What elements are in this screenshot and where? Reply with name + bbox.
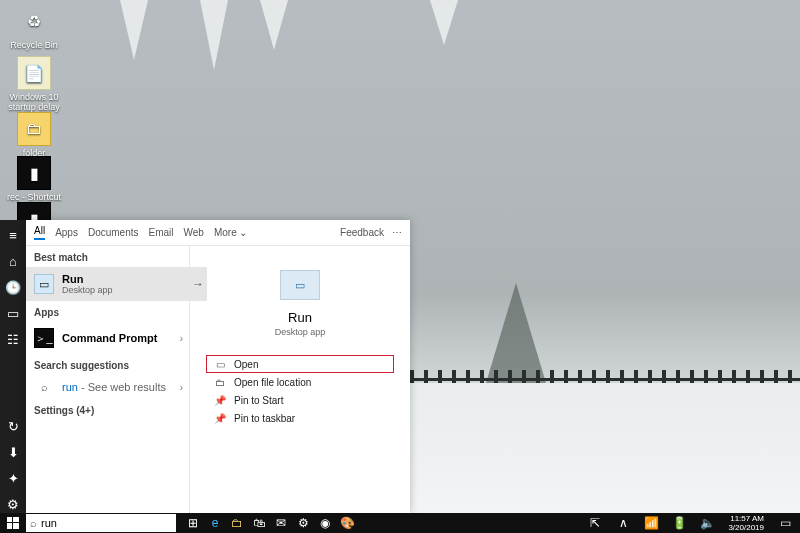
result-command-prompt[interactable]: ＞_ Command Prompt › xyxy=(26,322,189,354)
rail-item-icon[interactable]: ☷ xyxy=(4,330,22,348)
tab-all[interactable]: All xyxy=(34,225,45,240)
rail-star-icon[interactable]: ✦ xyxy=(4,469,22,487)
action-label: Open xyxy=(234,359,258,370)
action-pin-to-taskbar[interactable]: 📌 Pin to taskbar xyxy=(206,409,394,427)
detail-title: Run xyxy=(288,310,312,325)
run-app-icon: ▭ xyxy=(280,270,320,300)
tab-documents[interactable]: Documents xyxy=(88,227,139,238)
pin-icon: 📌 xyxy=(214,395,226,406)
settings-icon[interactable]: ⚙ xyxy=(292,513,314,533)
rail-download-icon[interactable]: ⬇ xyxy=(4,443,22,461)
tray-overflow-icon[interactable]: ∧ xyxy=(612,513,634,533)
recycle-bin-icon: ♻ xyxy=(17,4,51,38)
section-suggestions: Search suggestions xyxy=(26,354,189,375)
pin-icon: 📌 xyxy=(214,413,226,424)
tray-icon[interactable]: ⇱ xyxy=(584,513,606,533)
run-app-icon: ▭ xyxy=(34,274,54,294)
result-expand-arrow[interactable]: → xyxy=(189,267,207,301)
rail-reload-icon[interactable]: ↻ xyxy=(4,417,22,435)
file-explorer-icon[interactable]: 🗀 xyxy=(226,513,248,533)
tab-apps[interactable]: Apps xyxy=(55,227,78,238)
result-web-suggestion[interactable]: ⌕ run - See web results › xyxy=(26,375,189,399)
detail-subtitle: Desktop app xyxy=(275,327,326,337)
result-title: Run xyxy=(62,273,113,285)
paint-icon[interactable]: 🎨 xyxy=(336,513,358,533)
task-view-button[interactable]: ⊞ xyxy=(182,513,204,533)
rail-settings-icon[interactable]: ⚙ xyxy=(4,495,22,513)
svg-rect-2 xyxy=(7,523,12,529)
chevron-right-icon: › xyxy=(180,333,183,344)
action-label: Pin to Start xyxy=(234,395,283,406)
start-button[interactable] xyxy=(0,513,26,533)
rail-recent-icon[interactable]: 🕒 xyxy=(4,278,22,296)
search-icon: ⌕ xyxy=(34,381,54,393)
bg-decor xyxy=(430,0,458,45)
taskbar: ⌕ ⊞ e 🗀 🛍 ✉ ⚙ ◉ 🎨 ⇱ ∧ 📶 🔋 🔈 11:57 AM 3/2… xyxy=(0,513,800,533)
svg-rect-3 xyxy=(13,523,19,529)
action-label: Open file location xyxy=(234,377,311,388)
rail-home-icon[interactable]: ⌂ xyxy=(4,252,22,270)
clock-date: 3/20/2019 xyxy=(728,523,764,532)
desktop-icon-recycle-bin[interactable]: ♻ Recycle Bin xyxy=(4,4,64,50)
folder-icon: 🗀 xyxy=(214,377,226,388)
desktop-icon-label: Recycle Bin xyxy=(4,40,64,50)
search-results-left: Best match ▭ Run Desktop app → Apps ＞_ C… xyxy=(26,246,190,513)
chevron-right-icon: › xyxy=(180,382,183,393)
volume-icon[interactable]: 🔈 xyxy=(696,513,718,533)
start-search-panel: All Apps Documents Email Web More ⌄ Feed… xyxy=(26,220,410,513)
chrome-icon[interactable]: ◉ xyxy=(314,513,336,533)
svg-rect-0 xyxy=(7,517,12,522)
network-icon[interactable]: 📶 xyxy=(640,513,662,533)
action-open[interactable]: ▭ Open xyxy=(206,355,394,373)
action-label: Pin to taskbar xyxy=(234,413,295,424)
action-center-icon[interactable]: ▭ xyxy=(774,513,796,533)
taskbar-search-box[interactable]: ⌕ xyxy=(26,514,176,532)
cmd-icon: ▮ xyxy=(17,156,51,190)
desktop-icon-folder[interactable]: 🗀 folder xyxy=(4,112,64,158)
mail-icon[interactable]: ✉ xyxy=(270,513,292,533)
section-apps: Apps xyxy=(26,301,189,322)
section-best-match: Best match xyxy=(26,246,189,267)
search-filter-tabs: All Apps Documents Email Web More ⌄ Feed… xyxy=(26,220,410,246)
more-options-icon[interactable]: ⋯ xyxy=(392,227,402,238)
tab-email[interactable]: Email xyxy=(149,227,174,238)
action-open-file-location[interactable]: 🗀 Open file location xyxy=(206,373,394,391)
edge-icon[interactable]: e xyxy=(204,513,226,533)
folder-icon: 🗀 xyxy=(17,112,51,146)
search-icon: ⌕ xyxy=(30,517,37,529)
open-icon: ▭ xyxy=(214,359,226,370)
tab-more[interactable]: More ⌄ xyxy=(214,227,248,238)
section-settings[interactable]: Settings (4+) xyxy=(26,399,189,420)
desktop-icon-note[interactable]: 📄 Windows 10 startup delay xyxy=(4,56,64,112)
bg-decor xyxy=(200,0,228,70)
battery-icon[interactable]: 🔋 xyxy=(668,513,690,533)
search-detail-pane: ▭ Run Desktop app ▭ Open 🗀 Open file loc… xyxy=(190,246,410,513)
taskbar-search-input[interactable] xyxy=(41,517,172,529)
feedback-link[interactable]: Feedback xyxy=(340,227,384,238)
desktop-icon-label: rec - Shortcut xyxy=(4,192,64,202)
rail-menu-icon[interactable]: ≡ xyxy=(4,226,22,244)
tab-web[interactable]: Web xyxy=(184,227,204,238)
desktop-icon-label: Windows 10 startup delay xyxy=(4,92,64,112)
action-pin-to-start[interactable]: 📌 Pin to Start xyxy=(206,391,394,409)
bg-decor xyxy=(120,0,148,60)
result-run[interactable]: ▭ Run Desktop app → xyxy=(26,267,189,301)
note-icon: 📄 xyxy=(17,56,51,90)
bg-decor xyxy=(260,0,288,50)
start-left-rail: ≡ ⌂ 🕒 ▭ ☷ ↻ ⬇ ✦ ⚙ xyxy=(0,220,26,513)
svg-rect-1 xyxy=(13,517,19,522)
store-icon[interactable]: 🛍 xyxy=(248,513,270,533)
result-title: Command Prompt xyxy=(62,332,157,344)
clock-time: 11:57 AM xyxy=(728,514,764,523)
desktop-icon-shortcut[interactable]: ▮ rec - Shortcut xyxy=(4,156,64,202)
cmd-icon: ＞_ xyxy=(34,328,54,348)
windows-logo-icon xyxy=(7,517,19,529)
taskbar-clock[interactable]: 11:57 AM 3/20/2019 xyxy=(724,514,768,532)
chevron-down-icon: ⌄ xyxy=(239,227,247,238)
desktop: ♻ Recycle Bin 📄 Windows 10 startup delay… xyxy=(0,0,800,533)
rail-item-icon[interactable]: ▭ xyxy=(4,304,22,322)
result-subtitle: Desktop app xyxy=(62,285,113,295)
system-tray: ⇱ ∧ 📶 🔋 🔈 11:57 AM 3/20/2019 ▭ xyxy=(584,513,800,533)
